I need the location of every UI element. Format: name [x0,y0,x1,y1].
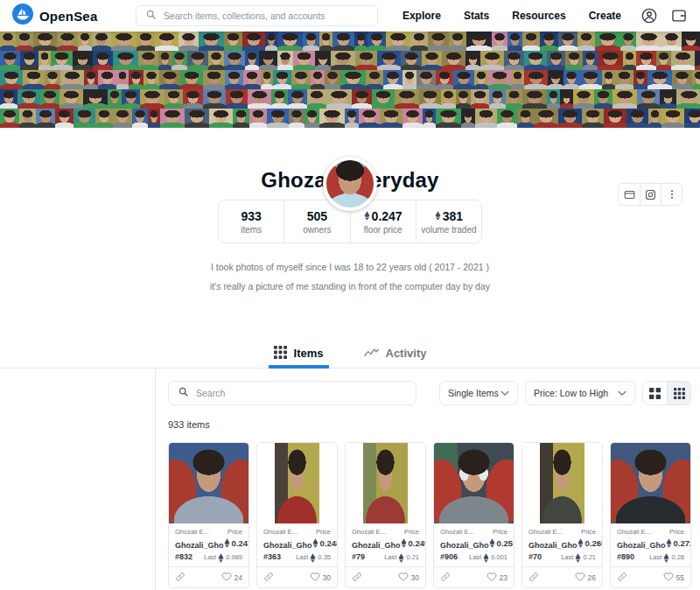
items-panel: Single Items Price: Low to High [156,369,700,590]
nav-search-input[interactable] [164,11,368,21]
stat-value: 381 [443,209,463,223]
instagram-icon[interactable] [640,184,661,205]
heart-icon [310,572,320,584]
card-collection-name: Ghozali E... [263,528,298,537]
eth-icon [312,538,318,548]
like-button[interactable]: 26 [575,572,596,584]
card-collection-name: Ghozali E... [528,528,563,537]
nav-link-create[interactable]: Create [589,10,621,22]
like-button[interactable]: 23 [486,572,508,584]
like-count: 55 [676,573,684,582]
like-button[interactable]: 30 [398,572,419,584]
card-last-value: 0.989 [226,553,242,563]
stat-label: items [241,225,262,235]
card-price-label: Price [493,528,508,537]
nft-card[interactable]: Ghozali E...PriceGhozali_Gho0.272#890Las… [610,442,691,588]
nft-card[interactable]: Ghozali E...PriceGhozali_Gho0.25#906Last… [433,442,514,588]
large-grid-icon[interactable] [643,382,667,404]
card-last-value: 0.21 [406,553,419,563]
nav-link-stats[interactable]: Stats [464,10,489,22]
card-collection-name: Ghozali E... [352,528,386,537]
link-icon[interactable] [175,570,186,586]
like-button[interactable]: 55 [663,572,684,584]
collection-action-bar [618,183,682,206]
nft-card[interactable]: Ghozali E...PriceGhozali_Gho0.248#363Las… [256,442,338,588]
filter-rail [0,369,156,590]
eth-icon [401,538,407,548]
nft-photo [540,443,584,523]
card-footer: 30 [257,566,337,587]
category-dropdown[interactable]: Single Items [439,381,518,405]
account-icon[interactable] [640,7,658,25]
grid-icon [274,346,287,362]
tab-items[interactable]: Items [269,334,329,369]
website-icon[interactable] [619,184,640,205]
opensea-logo[interactable]: OpenSea [12,4,136,28]
activity-icon [364,347,379,360]
card-item-name: Ghozali_Gho [528,540,578,551]
sort-value: Price: Low to High [534,388,608,398]
card-last-value: 0.35 [318,553,331,563]
card-price: 0.248 [312,537,338,550]
stat-label: floor price [364,225,402,235]
small-grid-icon[interactable] [667,382,690,404]
collection-description: I took photos of myself since I was 18 t… [0,257,700,296]
eth-icon [435,211,441,221]
nft-image [169,443,248,523]
card-last-label: Last [469,553,481,563]
tab-label: Activity [386,347,427,360]
link-icon[interactable] [440,570,451,586]
nft-card[interactable]: Ghozali E...PriceGhozali_Gho0.265#70Last… [522,442,603,588]
card-collection-name: Ghozali E... [440,528,474,537]
card-price-value: 0.272 [674,537,691,550]
card-last-price: Last0.989 [204,553,242,563]
tabs: ItemsActivity [269,334,432,368]
nft-image [522,443,602,523]
nft-card[interactable]: Ghozali E...PriceGhozali_Gho0.249#79Last… [345,442,426,588]
link-icon[interactable] [263,570,274,586]
link-icon[interactable] [528,570,539,586]
tab-activity[interactable]: Activity [359,334,432,369]
card-token-id: #832 [175,551,192,563]
eth-icon [224,538,230,548]
tabs-row: ItemsActivity [0,334,700,369]
card-last-label: Last [296,553,308,563]
wallet-icon[interactable] [670,7,688,25]
collection-avatar[interactable] [323,157,377,211]
more-options-icon[interactable] [661,184,682,205]
nav-search[interactable] [136,5,378,26]
like-count: 30 [411,573,419,582]
link-icon[interactable] [352,570,362,586]
description-line-2: it's really a picture of me standing in … [0,277,700,296]
chevron-down-icon [500,388,509,398]
nft-image [434,443,514,523]
nft-card[interactable]: Ghozali E...PriceGhozali_Gho0.247#832Las… [168,442,249,588]
like-count: 24 [234,573,242,582]
like-button[interactable]: 24 [221,572,242,584]
items-search[interactable] [168,381,416,405]
link-icon[interactable] [617,570,627,586]
card-price-value: 0.248 [320,537,338,550]
heart-icon [221,572,232,584]
search-icon [178,385,189,401]
sort-dropdown[interactable]: Price: Low to High [525,381,635,405]
card-last-label: Last [649,553,662,563]
banner-collage-row [0,70,700,89]
nft-image [257,443,337,523]
card-price: 0.272 [666,537,691,550]
card-collection-name: Ghozali E... [617,528,651,537]
eth-icon [663,553,669,563]
nav-link-resources[interactable]: Resources [512,10,565,22]
card-price-value: 0.247 [232,537,249,550]
stat-value: 933 [241,209,261,223]
card-footer: 24 [169,566,248,587]
items-search-input[interactable] [196,388,407,398]
like-button[interactable]: 30 [310,572,331,584]
stat-items: 933items [219,200,284,242]
nft-image [611,443,690,523]
card-last-value: 0.21 [583,553,596,563]
card-price-value: 0.265 [585,537,603,550]
nav-link-explore[interactable]: Explore [402,10,441,22]
card-last-price: Last0.21 [384,553,419,563]
top-nav: OpenSea ExploreStatsResourcesCreate [0,0,700,32]
